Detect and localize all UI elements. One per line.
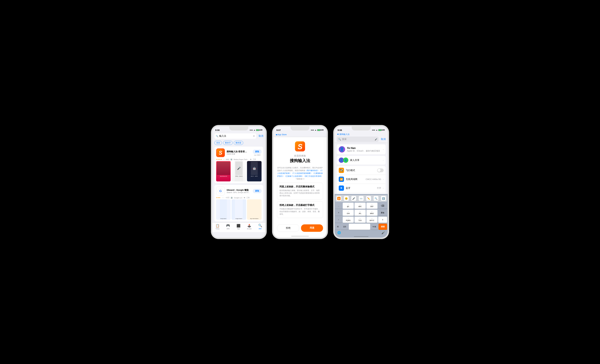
flight-toggle[interactable] xyxy=(377,168,384,172)
option2-title: 拒绝上述条款，开启基础打字模式 xyxy=(280,204,320,207)
home-bar-3 xyxy=(354,236,368,237)
settings-search-bar[interactable]: 🔍 搜索 🎤 xyxy=(337,137,379,142)
home-indicator-2 xyxy=(273,235,327,238)
back-button-3[interactable]: ◀ 搜狗输入法 xyxy=(337,133,349,136)
down-kb-icon[interactable]: ⬇️ xyxy=(381,196,386,201)
welcome-actions: 拒绝 同意 xyxy=(273,223,327,235)
app-store-search-bar[interactable]: 🔍 输入法 ✕ xyxy=(214,133,256,139)
key-lang[interactable]: 中/英 xyxy=(371,224,378,230)
tab-bar-1: 📋 Today 🎮 游戏 ⬛ App 🕹️ Arcade 🔍 搜索 xyxy=(212,222,265,232)
settings-user-row[interactable]: 👤 Ye Han Apple ID、iCloud+、媒体与购买项目 › xyxy=(337,144,386,154)
app-result-sogou[interactable]: S 搜狗输入法-语音变… AI语言专家 获取 App 内购买 ★★★★☆ 948… xyxy=(214,147,263,183)
filter-traditional[interactable]: 繁体字 xyxy=(223,141,233,145)
sogou-get-button[interactable]: 获取 xyxy=(253,149,262,154)
sogou-app-icon: S xyxy=(216,148,225,157)
tab-app[interactable]: ⬛ App xyxy=(236,224,240,230)
family-avatar-2: 👤 xyxy=(343,158,348,163)
filter-voice[interactable]: 语音 xyxy=(214,141,222,145)
key-8[interactable]: 8 TUV xyxy=(355,217,366,223)
agree-button[interactable]: 同意 xyxy=(301,224,323,232)
key-6[interactable]: 6 MNO xyxy=(366,210,377,216)
key-7[interactable]: 7 PQRS xyxy=(343,217,354,223)
emoji-kb-icon[interactable]: 😊 xyxy=(344,196,349,201)
tab-search[interactable]: 🔍 搜索 xyxy=(258,224,262,230)
key-4[interactable]: 4 GHI xyxy=(343,210,354,216)
user-arrow: › xyxy=(383,148,384,150)
option2-desc: 不收集任何数据即可使用文字、符号基本打字服务，但会导致部分功能缺失，如：皮肤、表… xyxy=(280,208,320,215)
sogou-screenshot-2: 🎤 声转文、随心说 xyxy=(232,161,246,181)
key-comma[interactable]: , xyxy=(335,203,342,209)
key-0[interactable]: 0 xyxy=(378,217,387,223)
app-result-gboard[interactable]: G Gboard - Google 键盘 Search. GIFs. Emoji… xyxy=(214,185,263,222)
settings-search-text: 搜索 xyxy=(342,138,374,141)
status-time-3: 9:08 xyxy=(338,129,342,131)
mic-icon-3[interactable]: 🎤 xyxy=(375,138,377,140)
key-123[interactable]: 123 xyxy=(341,224,348,230)
phone-1: 9:06 ●●● ▲ 100 🔍 输入法 xyxy=(211,125,266,239)
key-2[interactable]: 2 ABC xyxy=(355,203,366,209)
notch-2 xyxy=(291,126,309,131)
gboard-app-name: Gboard - Google 键盘 xyxy=(227,188,251,191)
tab-arcade[interactable]: 🕹️ Arcade xyxy=(247,224,252,230)
key-sym[interactable]: 符 xyxy=(335,224,340,230)
sogou-kb-icon[interactable]: S xyxy=(337,196,341,201)
mic-bottom-icon[interactable]: 🎤 xyxy=(381,231,385,234)
mic-kb-icon[interactable]: 🎤 xyxy=(351,196,356,201)
tab-games-icon: 🎮 xyxy=(226,224,230,227)
keyboard-toolbar: S 😊 🎤 ⌨️ ✏️ 🔍 ⬇️ xyxy=(335,195,387,202)
key-exclaim[interactable]: ! xyxy=(335,217,342,223)
app-result-sogou-header: S 搜狗输入法-语音变… AI语言专家 获取 App 内购买 xyxy=(216,148,262,157)
tab-today-label: Today xyxy=(216,228,220,230)
wifi-icon-3: ▲ xyxy=(376,129,378,131)
clear-button[interactable]: ✕ xyxy=(253,135,255,138)
status-time-2: 9:07 xyxy=(276,129,281,131)
key-backspace[interactable]: ⌫ xyxy=(378,203,387,209)
option-card-reject[interactable]: 拒绝上述条款，开启基础打字模式 不收集任何数据即可使用文字、符号基本打字服务，但… xyxy=(277,201,323,218)
search-kb-icon[interactable]: 🔍 xyxy=(374,196,378,201)
key-search[interactable]: 搜索 xyxy=(378,224,387,230)
cancel-button-3[interactable]: 取消 xyxy=(380,138,386,141)
reject-button[interactable]: 拒绝 xyxy=(277,224,299,232)
user-subtitle: Apple ID、iCloud+、媒体与购买项目 xyxy=(347,150,381,152)
option-card-agree[interactable]: 同意上述条款，开启完整体验模式 提供高效的输入体验。部分输入的拼音、文字、场景将… xyxy=(277,183,323,199)
search-icon: 🔍 xyxy=(216,135,218,137)
pen-kb-icon[interactable]: ✏️ xyxy=(366,196,371,201)
settings-flight-row[interactable]: ✈️ 飞行模式 xyxy=(337,166,386,175)
svg-text:S: S xyxy=(219,150,222,156)
phone-3: 9:08 ●●● ▲ 100 ◀ 搜狗输入法 xyxy=(334,125,389,239)
key-reenter[interactable]: 重输 xyxy=(378,210,387,216)
back-button-2[interactable]: ◀ App Store xyxy=(276,133,287,136)
wifi-label: 无线局域网 xyxy=(346,178,364,181)
cancel-button[interactable]: 取消 xyxy=(257,135,263,138)
gboard-get-button[interactable]: 获取 xyxy=(253,189,262,193)
key-3[interactable]: 3 DEF xyxy=(366,203,377,209)
filter-tags: 语音 繁体字 翻译器 xyxy=(212,140,265,146)
filter-translator[interactable]: 翻译器 xyxy=(234,141,243,145)
settings-body: 👤 Ye Han Apple ID、iCloud+、媒体与购买项目 › 👤 xyxy=(335,143,388,194)
phone3-search-row: 🔍 搜索 🎤 取消 xyxy=(337,137,386,142)
option1-title: 同意上述条款，开启完整体验模式 xyxy=(280,185,320,188)
sogou-get-container: 获取 App 内购买 xyxy=(253,149,262,156)
keyboard-kb-icon[interactable]: ⌨️ xyxy=(359,196,364,201)
tab-today[interactable]: 📋 Today xyxy=(216,224,219,230)
key-5[interactable]: 5 JKL xyxy=(355,210,366,216)
key-row-1: , 1 @/. 2 ABC 3 DEF ⌫ xyxy=(335,203,387,209)
svg-text:S: S xyxy=(338,197,340,200)
phone-1-screen: 9:06 ●●● ▲ 100 🔍 输入法 xyxy=(212,126,265,238)
key-question[interactable]: ? xyxy=(335,210,342,216)
flight-label: 飞行模式 xyxy=(346,169,375,172)
settings-family-section: 👤 👤 家人共享 › xyxy=(337,156,386,165)
user-info: Ye Han Apple ID、iCloud+、媒体与购买项目 xyxy=(347,147,381,152)
settings-bluetooth-row[interactable]: B 蓝牙 打开 › xyxy=(337,184,386,193)
sogou-iap-text: App 内购买 xyxy=(254,154,261,156)
settings-cellular-row[interactable]: 📡 蜂窝网络 › xyxy=(337,193,386,194)
gboard-stars: ★★★ xyxy=(216,197,220,199)
status-icons-3: ●●● ▲ 100 xyxy=(372,129,385,131)
settings-wifi-row[interactable]: 📶 无线局域网 CMCC-HANs-5G › xyxy=(337,175,386,184)
key-space[interactable] xyxy=(349,224,370,230)
globe-icon[interactable]: 🌐 xyxy=(337,231,341,234)
tab-games[interactable]: 🎮 游戏 xyxy=(226,224,230,230)
key-1[interactable]: 1 @/. xyxy=(343,203,354,209)
key-9[interactable]: 9 WXYZ xyxy=(366,217,377,223)
settings-family-row[interactable]: 👤 👤 家人共享 › xyxy=(337,156,386,165)
